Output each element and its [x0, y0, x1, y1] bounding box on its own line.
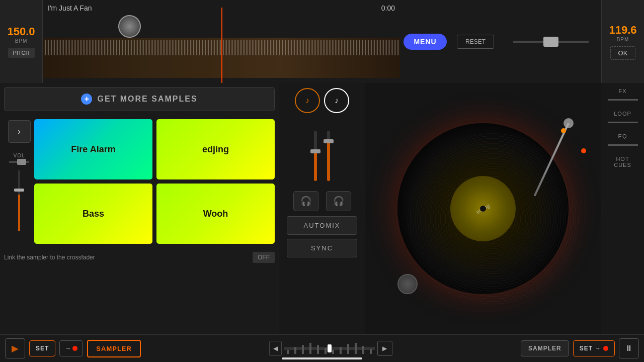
- bpm-left-value: 150.0: [7, 25, 35, 38]
- mixer-faders: [314, 121, 330, 181]
- sample-pad-bass-label: Bass: [83, 209, 104, 219]
- headphone-right-button[interactable]: 🎧: [326, 191, 351, 211]
- eq-slider[interactable]: [513, 41, 589, 43]
- bpm-right-value: 119.6: [609, 24, 636, 37]
- menu-center: MENU: [400, 0, 450, 83]
- get-more-samples-button[interactable]: + GET MORE SAMPLES: [4, 87, 275, 111]
- fader-right-fill: [327, 141, 330, 181]
- sync-button[interactable]: SYNC: [287, 239, 357, 257]
- crossfader-section: ◀ ▶: [145, 341, 517, 356]
- volume-knob[interactable]: [397, 274, 418, 294]
- track-time: 0:00: [381, 4, 395, 12]
- fx-slider[interactable]: [608, 99, 638, 101]
- record-dot: [72, 346, 77, 351]
- sample-grid: Fire Alarm edjing Bass Wooh: [34, 115, 275, 248]
- crossfader-thumb[interactable]: [328, 344, 332, 352]
- music-note-left-icon: ♪: [305, 96, 309, 105]
- sampler-tab-button[interactable]: SAMPLER: [87, 340, 141, 357]
- arrow-right-icon-2: →: [595, 345, 601, 352]
- automix-button[interactable]: AUTOMIX: [287, 216, 357, 235]
- orange-dot: [561, 128, 566, 133]
- pitch-knob[interactable]: [118, 15, 141, 38]
- set-left-button[interactable]: SET: [29, 340, 55, 356]
- crossfader-label: Link the sampler to the crossfader: [4, 254, 248, 261]
- bottom-indicator: [282, 357, 362, 359]
- pitch-button[interactable]: PITCH: [8, 48, 35, 58]
- sample-pad-edjing[interactable]: edjing: [156, 119, 275, 179]
- fader-right[interactable]: [327, 131, 330, 181]
- nav-column: › VOL: [4, 115, 34, 248]
- bpm-left: 150.0 BPM PITCH: [0, 0, 43, 83]
- fx-label: FX: [618, 88, 626, 94]
- ok-button[interactable]: OK: [610, 46, 636, 60]
- headphone-right-icon: 🎧: [333, 196, 344, 207]
- content-area: + GET MORE SAMPLES › VOL: [0, 83, 644, 334]
- track-title: I'm Just A Fan: [48, 4, 92, 12]
- arrow-right-icon: →: [65, 345, 71, 352]
- deck-buttons: ♪ ♪: [295, 88, 349, 113]
- loop-slider[interactable]: [608, 122, 638, 123]
- fader-left-thumb[interactable]: [310, 149, 320, 153]
- eq-slider-section: [501, 0, 601, 83]
- music-note-right-icon: ♪: [335, 96, 339, 105]
- headphone-left-button[interactable]: 🎧: [293, 191, 318, 211]
- vinyl-center-hole: [480, 206, 486, 212]
- menu-button[interactable]: MENU: [404, 34, 446, 50]
- headphone-buttons: 🎧 🎧: [293, 191, 351, 211]
- far-right-panel: FX LOOP EQ HOTCUES: [601, 83, 644, 334]
- sample-pad-bass[interactable]: Bass: [34, 184, 152, 244]
- top-bar: 150.0 BPM PITCH I'm Just A Fan 0:00 MENU…: [0, 0, 644, 83]
- nav-next-button[interactable]: ›: [8, 120, 31, 143]
- fader-right-thumb[interactable]: [324, 139, 334, 143]
- left-panel: + GET MORE SAMPLES › VOL: [0, 83, 279, 334]
- pause-icon: ⏸: [625, 344, 633, 353]
- vol-label: VOL: [13, 153, 25, 158]
- record-dot-right: [603, 346, 608, 351]
- reset-section: RESET: [450, 0, 501, 83]
- playhead: [221, 8, 222, 83]
- eq-side-slider[interactable]: [608, 144, 638, 146]
- waveform-section[interactable]: I'm Just A Fan 0:00: [43, 0, 400, 83]
- play-icon: ▶: [12, 343, 19, 354]
- volume-knob-area: [397, 274, 418, 294]
- deck-right-button[interactable]: ♪: [324, 88, 349, 113]
- set-right-button[interactable]: SET →: [573, 340, 615, 356]
- deck-left-button[interactable]: ♪: [295, 88, 320, 113]
- sample-pad-fire-alarm-label: Fire Alarm: [71, 144, 115, 155]
- headphone-left-icon: 🎧: [300, 196, 311, 207]
- fader-left[interactable]: [314, 131, 317, 181]
- vol-thumb-vertical[interactable]: [14, 189, 24, 192]
- vol-slider-vertical[interactable]: [18, 170, 20, 231]
- sample-pad-fire-alarm[interactable]: Fire Alarm: [34, 119, 152, 179]
- loop-label: LOOP: [614, 111, 631, 117]
- sample-pad-wooh[interactable]: Wooh: [156, 184, 275, 244]
- sampler-right-button[interactable]: SAMPLER: [521, 340, 569, 356]
- center-panel: ♪ ♪ 🎧: [279, 83, 365, 334]
- eq-thumb[interactable]: [543, 37, 558, 47]
- pause-button[interactable]: ⏸: [619, 338, 639, 358]
- fader-left-fill: [314, 151, 317, 181]
- eq-label: EQ: [618, 133, 627, 139]
- sample-pad-edjing-label: edjing: [202, 144, 229, 155]
- bpm-right-label: BPM: [617, 37, 629, 42]
- turntable[interactable]: edjing: [387, 113, 579, 304]
- off-toggle-button[interactable]: OFF: [253, 252, 275, 263]
- set-right-label: SET: [580, 345, 593, 352]
- sample-pad-wooh-label: Wooh: [203, 209, 228, 219]
- arrow-rec-button[interactable]: →: [59, 340, 83, 356]
- vol-thumb[interactable]: [17, 159, 26, 165]
- plus-icon: +: [81, 94, 92, 105]
- crossfader-left-arrow[interactable]: ◀: [269, 341, 282, 356]
- play-button[interactable]: ▶: [5, 338, 25, 358]
- crossfader-right-arrow[interactable]: ▶: [377, 341, 392, 356]
- main-container: 150.0 BPM PITCH I'm Just A Fan 0:00 MENU…: [0, 0, 644, 362]
- tonearm-arm: [534, 123, 570, 197]
- sampler-grid-container: › VOL Fire Alarm: [0, 115, 279, 248]
- crossfader-track[interactable]: [284, 347, 375, 350]
- bpm-right: 119.6 BPM OK: [601, 0, 644, 83]
- vol-slider-horizontal[interactable]: [9, 161, 29, 163]
- get-more-text: GET MORE SAMPLES: [97, 95, 197, 104]
- tonearm: [538, 118, 579, 209]
- vinyl-label: edjing: [450, 176, 516, 241]
- reset-button[interactable]: RESET: [457, 35, 494, 49]
